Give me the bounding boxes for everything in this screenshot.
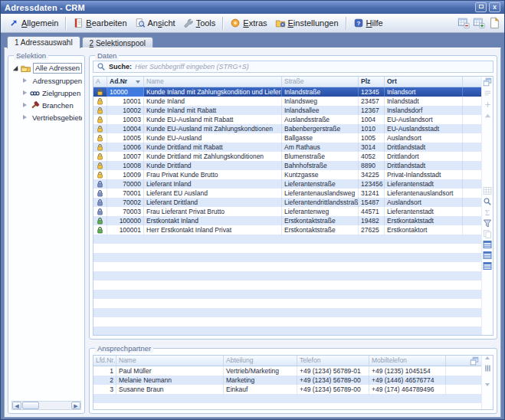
lock-blue (97, 199, 103, 207)
auto-size-icon[interactable] (484, 89, 492, 97)
blue-table-icon[interactable] (483, 251, 492, 260)
column-header-ort[interactable]: Ort (385, 77, 463, 87)
column-header-telefon[interactable]: Telefon (297, 356, 369, 366)
industry-icon (30, 100, 40, 110)
scroll-thumb[interactable] (22, 402, 39, 409)
tree-item-adressgruppen[interactable]: Adressgruppen (12, 74, 82, 87)
tree-item-vertriebsgebiete[interactable]: Vertriebsgebiete (12, 111, 82, 123)
cell-strasse: Ballgasse (282, 133, 359, 143)
crm-window: Adressdaten - CRM x AllgemeinBearbeitenA… (0, 0, 505, 420)
column-header-a[interactable]: A (93, 77, 107, 87)
menu-item-bearbeiten[interactable]: Bearbeiten (69, 16, 130, 30)
contact-row[interactable]: 3Susanne BraunEinkauf+49 (1234) 56789-00… (93, 385, 481, 394)
plus-icon[interactable] (484, 100, 492, 109)
blue-table-icon[interactable] (483, 261, 492, 271)
table-row[interactable]: 10000Kunde Inland mit Zahlungskondition … (93, 87, 481, 97)
contacts-scrollbar[interactable] (481, 356, 493, 409)
table-row[interactable]: 10001Kunde InlandInlandsweg23457Inlandst… (93, 97, 481, 106)
scroll-up-icon[interactable] (485, 356, 490, 359)
table-row[interactable]: 70003Frau Lieferant Privat BruttoLiefera… (93, 207, 481, 216)
tree-item-label: Branchen (42, 101, 74, 110)
scroll-thumb-icon[interactable] (484, 364, 492, 372)
table-row[interactable]: 10007Kunde Drittland mit Zahlungskonditi… (93, 152, 481, 161)
table-row[interactable]: 10002Kunde Inland mit RabattInlandsallee… (93, 106, 481, 115)
menu-item-allgemein[interactable]: Allgemein (5, 16, 62, 30)
cell-adnr: 100000 (107, 216, 144, 225)
tab-adressauswahl[interactable]: 1 Adressauswahl (7, 36, 80, 48)
lock-gold (97, 97, 103, 106)
table-row[interactable]: 10004Kunde EU-Ausland mit Zahlungskondti… (93, 124, 481, 133)
grid-icon[interactable] (483, 186, 492, 195)
cell-adnr: 10003 (107, 115, 144, 124)
table-row[interactable]: 100001Herr Erstkontakt Inland PrivatErst… (93, 225, 481, 235)
new-document-icon[interactable] (488, 17, 500, 29)
expander-closed-icon[interactable] (23, 78, 27, 83)
scroll-down-icon[interactable] (485, 383, 490, 386)
menu-item-extras[interactable]: Extras (226, 16, 271, 30)
column-header-ad-nr[interactable]: Ad.Nr (107, 77, 144, 87)
lock-gold (97, 162, 103, 170)
tree-hscrollbar[interactable]: ◀ ▶ (11, 401, 81, 410)
tab-selektionspool[interactable]: 2 Selektionspool (82, 37, 153, 48)
column-chooser-icon[interactable] (483, 77, 492, 87)
copy-icon[interactable] (483, 229, 492, 238)
daten-groupbox: Daten Suche: AAd.NrNameStraßePlzOrt 1000… (89, 55, 497, 340)
column-header-plz[interactable]: Plz (359, 77, 385, 87)
column-header-stra-e[interactable]: Straße (282, 77, 359, 87)
ansprechpartner-groupbox-title: Ansprechpartner (95, 344, 153, 353)
scroll-right-button[interactable]: ▶ (71, 402, 80, 409)
column-header-lfd-nr-[interactable]: Lfd.Nr. (93, 356, 116, 366)
cell-lock (93, 207, 107, 216)
menu-item-hilfe[interactable]: ?Hilfe (349, 16, 387, 30)
menu-item-ansicht[interactable]: Ansicht (131, 16, 179, 30)
search-input[interactable] (135, 63, 490, 71)
close-button[interactable]: x (489, 2, 500, 12)
cell-strasse: Erstkontaktstraße (282, 216, 359, 225)
column-header-mobiltelefon[interactable]: Mobiltelefon (369, 356, 446, 366)
cell-filler (463, 97, 481, 106)
tree-item-branchen[interactable]: Branchen (12, 99, 82, 111)
table-row[interactable]: 70000Lieferant InlandLieferantenstraße12… (93, 179, 481, 189)
expander-closed-icon[interactable] (23, 103, 27, 107)
table-row[interactable]: 70002Lieferant DrittlandLieferantendritt… (93, 198, 481, 207)
cell-lock (93, 124, 107, 133)
scroll-left-button[interactable]: ◀ (12, 402, 21, 409)
menu-item-einstellungen[interactable]: Einstellungen (271, 16, 343, 30)
contact-row[interactable]: 2Melanie NeumannMarketing+49 (1234) 5678… (93, 376, 481, 385)
column-header-abteilung[interactable]: Abteilung (224, 356, 297, 366)
cell-adnr: 70003 (107, 207, 144, 216)
tree-item-zielgruppen[interactable]: Zielgruppen (12, 87, 82, 99)
contact-row[interactable]: 1Paul MüllerVertrieb/Marketing+49 (1234)… (93, 366, 481, 376)
expander-closed-icon[interactable] (23, 115, 27, 120)
table-row[interactable]: 10003Kunde EU-Ausland mit RabattAuslands… (93, 115, 481, 124)
sum-icon[interactable]: Σ (483, 208, 492, 217)
table-row[interactable]: 10006Kunde Drittland mit RabattAm Rathau… (93, 143, 481, 152)
restore-button[interactable] (475, 2, 487, 12)
cell-name: Lieferant Drittland (144, 198, 282, 207)
table-add-icon[interactable] (473, 17, 485, 29)
menu-item-tools[interactable]: Tools (179, 16, 220, 30)
blue-table-icon[interactable] (483, 240, 492, 249)
expander-open-icon[interactable] (13, 66, 18, 71)
tree-item-alle-adressen[interactable]: Alle Adressen (12, 62, 82, 74)
filter-icon[interactable] (483, 218, 492, 228)
search-icon[interactable] (483, 197, 492, 206)
table-row[interactable]: 10009Frau Privat Kunde BruttoKuntzgasse3… (93, 170, 481, 179)
table-remove-icon[interactable] (457, 17, 470, 29)
expander-closed-icon[interactable] (23, 90, 27, 95)
column-header-name[interactable]: Name (116, 356, 224, 366)
table-row[interactable]: 100000Erstkontakt InlandErstkontaktstraß… (93, 216, 481, 225)
address-table: AAd.NrNameStraßePlzOrt 10000Kunde Inland… (93, 76, 494, 336)
cell-plz: 1010 (359, 124, 385, 133)
cell-plz: 3014 (359, 143, 385, 152)
scroll-up-icon[interactable] (484, 112, 492, 120)
table-row[interactable]: 10008Kunde DrittlandBahnhofstraße8890Dri… (93, 161, 481, 170)
cell-strasse: Inlandsallee (282, 106, 359, 115)
cell-name: Herr Erstkontakt Inland Privat (144, 225, 282, 235)
column-header-name[interactable]: Name (144, 77, 282, 87)
cell-ort: Drittlandort (385, 152, 463, 161)
table-row[interactable]: 70001Lieferant EU AuslandLieferantenausl… (93, 189, 481, 198)
column-chooser-icon[interactable] (470, 356, 479, 366)
table-row[interactable]: 10005Kunde EU-AuslandBallgasse1005Auslan… (93, 133, 481, 143)
cell-ort: Erstkontaktort (385, 225, 463, 235)
